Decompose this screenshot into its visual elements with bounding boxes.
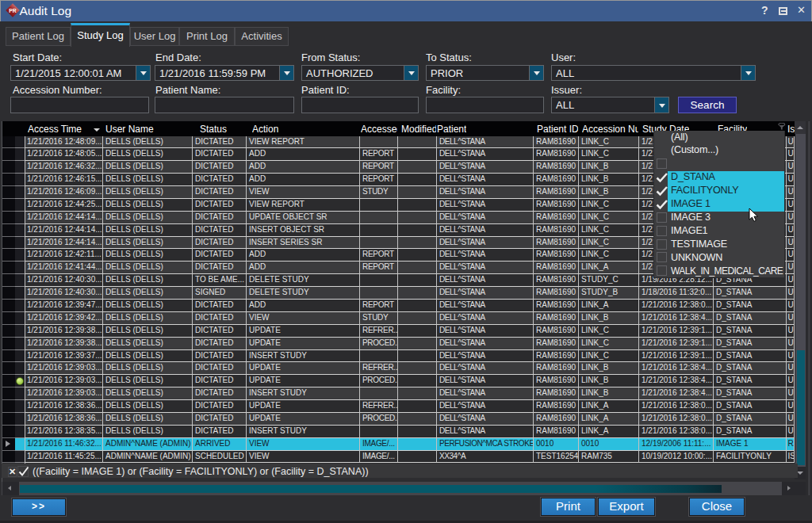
svg-text:PR: PR [9,8,17,13]
